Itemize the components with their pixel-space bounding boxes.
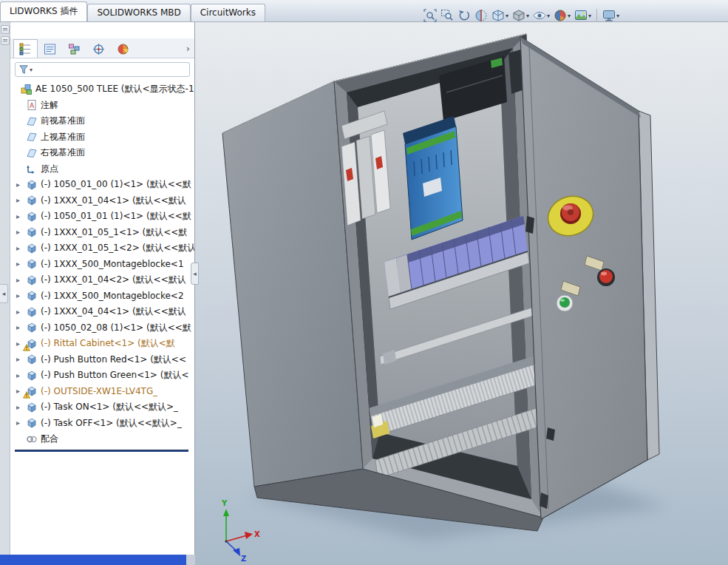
- door-latch: [525, 216, 534, 234]
- tree-item-outside-xw1e[interactable]: (-) OUTSIDE-XW1E-LV4TG_: [10, 384, 194, 400]
- component-icon: [26, 402, 38, 413]
- component-icon: [26, 226, 38, 238]
- panel-tab-row: ›: [10, 38, 194, 58]
- chevron-down-icon: ▾: [568, 13, 571, 19]
- tree-item-component[interactable]: (-) 1050_01_00 (1)<1> (默认<<默: [10, 177, 194, 193]
- collapsed-toolbar-icon[interactable]: [1, 25, 10, 34]
- component-icon: [26, 211, 38, 223]
- tree-item-root-assembly[interactable]: AE 1050_500 TLEE (默认<显示状态-1: [10, 81, 194, 98]
- tree-item-label: (-) 1XXX_01_04<1> (默认<<默认: [41, 194, 186, 207]
- expand-arrow-icon[interactable]: [16, 245, 26, 252]
- tree-item-label: (-) 1XXX_01_04<2> (默认<<默认: [41, 274, 186, 286]
- 3d-viewport[interactable]: Y X Z: [195, 22, 728, 565]
- expand-arrow-icon[interactable]: [16, 229, 26, 236]
- tree-item-component[interactable]: (-) 1XXX_500_Montageblocke<1: [10, 257, 194, 273]
- tab-configurationmanager[interactable]: [62, 39, 86, 58]
- tree-item-component[interactable]: (-) 1XXX_04_04<1> (默认<<默认: [10, 304, 194, 320]
- tab-circuitworks[interactable]: CircuitWorks: [191, 4, 265, 21]
- zoom-to-area-button[interactable]: [440, 7, 455, 24]
- tree-item-annotations[interactable]: 注解: [10, 98, 194, 114]
- rollback-bar[interactable]: [15, 450, 188, 452]
- chevron-down-icon: ▾: [547, 13, 550, 19]
- green-push-button[interactable]: [557, 295, 573, 311]
- plane-icon: [26, 131, 38, 143]
- view-settings-button[interactable]: ▾: [602, 7, 620, 24]
- tab-displaymanager[interactable]: [111, 39, 135, 58]
- tree-item-top-plane[interactable]: 上视基准面: [10, 129, 194, 146]
- featuremanager-icon: [19, 43, 32, 55]
- tree-item-component[interactable]: (-) 1XXX_01_04<1> (默认<<默认: [10, 193, 194, 209]
- expand-arrow-icon[interactable]: [16, 197, 26, 204]
- tree-item-rittal-cabinet[interactable]: (-) Rittal Cabinet<1> (默认<默: [10, 336, 194, 352]
- component-icon: [26, 370, 38, 382]
- section-view-button[interactable]: [474, 7, 489, 24]
- warning-icon: [23, 391, 30, 399]
- chevron-down-icon: ▾: [616, 13, 619, 19]
- tree-item-task-off[interactable]: (-) Task OFF<1> (默认<<默认>_: [10, 416, 194, 432]
- eye-icon: [533, 9, 546, 22]
- heads-up-toolbar: ▾ ▾ ▾ ▾ ▾ ▾: [423, 6, 620, 25]
- display-style-button[interactable]: ▾: [511, 7, 530, 24]
- expand-arrow-icon[interactable]: [16, 356, 26, 363]
- component-icon: [26, 243, 38, 254]
- tree-item-push-button-green[interactable]: (-) Push Button Green<1> (默认<: [10, 368, 194, 384]
- previous-view-button[interactable]: [457, 7, 472, 24]
- monitor-icon: [602, 9, 616, 22]
- expand-arrow-icon[interactable]: [16, 260, 26, 268]
- expand-arrow-icon[interactable]: [16, 292, 26, 300]
- cabinet-model[interactable]: [222, 34, 659, 531]
- collapsed-toolbar-icon[interactable]: [1, 36, 10, 45]
- tree-item-label: AE 1050_500 TLEE (默认<显示状态-1: [35, 83, 194, 95]
- expand-arrow-icon[interactable]: [16, 324, 26, 331]
- plane-icon: [26, 115, 38, 127]
- tree-item-right-plane[interactable]: 右视基准面: [10, 145, 194, 161]
- collapse-panel-arrow[interactable]: ◂: [0, 284, 8, 303]
- tree-item-label: (-) Push Button Red<1> (默认<<: [41, 353, 186, 366]
- panel-tab-overflow[interactable]: ›: [186, 43, 190, 54]
- tree-item-origin[interactable]: 原点: [10, 161, 194, 177]
- tab-dimxpertmanager[interactable]: [86, 39, 111, 58]
- tab-propertymanager[interactable]: [38, 39, 62, 58]
- expand-arrow-icon[interactable]: [16, 277, 26, 284]
- tab-featuremanager-tree[interactable]: [13, 39, 38, 58]
- origin-icon: [26, 163, 38, 175]
- panel-flyout-handle[interactable]: ◂: [191, 263, 199, 285]
- chevron-down-icon: ▾: [30, 67, 33, 73]
- hide-show-items-button[interactable]: ▾: [532, 7, 551, 24]
- tree-item-push-button-red[interactable]: (-) Push Button Red<1> (默认<<: [10, 352, 194, 368]
- expand-arrow-icon[interactable]: [16, 213, 26, 220]
- tree-item-label: 原点: [41, 163, 58, 175]
- tree-item-mates[interactable]: 配合: [10, 431, 194, 447]
- expand-arrow-icon[interactable]: [16, 181, 26, 189]
- apply-scene-button[interactable]: ▾: [574, 7, 592, 24]
- door-lock: [546, 427, 555, 441]
- feature-tree: AE 1050_500 TLEE (默认<显示状态-1 注解 前视基准面 上视基…: [10, 80, 194, 452]
- tree-item-component[interactable]: (-) 1050_01_01 (1)<1> (默认<<默: [10, 209, 194, 225]
- power-supply: [403, 116, 463, 240]
- tab-solidworks-mbd[interactable]: SOLIDWORKS MBD: [87, 4, 190, 21]
- section-view-icon: [474, 9, 488, 22]
- tree-item-label: 配合: [41, 433, 58, 445]
- zoom-to-fit-button[interactable]: [423, 7, 438, 24]
- expand-arrow-icon[interactable]: [16, 419, 26, 427]
- tab-solidworks-addins[interactable]: LIDWORKS 插件: [0, 1, 87, 21]
- tree-item-task-on[interactable]: (-) Task ON<1> (默认<<默认>_: [10, 399, 194, 416]
- tree-item-label: (-) Push Button Green<1> (默认<: [41, 369, 188, 382]
- red-push-button[interactable]: [597, 268, 615, 286]
- tree-item-front-plane[interactable]: 前视基准面: [10, 113, 194, 129]
- tree-item-component[interactable]: (-) 1XXX_500_Montageblocke<2: [10, 288, 194, 305]
- filter-bar[interactable]: ▾: [15, 62, 190, 77]
- tree-item-label: (-) Task ON<1> (默认<<默认>_: [41, 401, 178, 413]
- solidworks-window: { "commandbar": { "tabs": [ {"label": "L…: [0, 0, 728, 565]
- view-orientation-button[interactable]: ▾: [491, 7, 509, 24]
- expand-arrow-icon[interactable]: [16, 404, 26, 411]
- edit-appearance-button[interactable]: ▾: [553, 7, 571, 24]
- tree-item-label: (-) 1050_01_01 (1)<1> (默认<<默: [41, 210, 191, 223]
- tree-item-component[interactable]: (-) 1XXX_01_04<2> (默认<<默认: [10, 272, 194, 288]
- expand-arrow-icon[interactable]: [16, 372, 26, 379]
- tree-item-component[interactable]: (-) 1XXX_01_05_1<2> (默认<<默认: [10, 240, 194, 257]
- tree-item-label: (-) 1XXX_500_Montageblocke<1: [41, 259, 184, 269]
- tree-item-component[interactable]: (-) 1XXX_01_05_1<1> (默认<<默: [10, 225, 194, 241]
- tree-item-component[interactable]: (-) 1050_02_08 (1)<1> (默认<<默: [10, 320, 194, 336]
- expand-arrow-icon[interactable]: [16, 308, 26, 316]
